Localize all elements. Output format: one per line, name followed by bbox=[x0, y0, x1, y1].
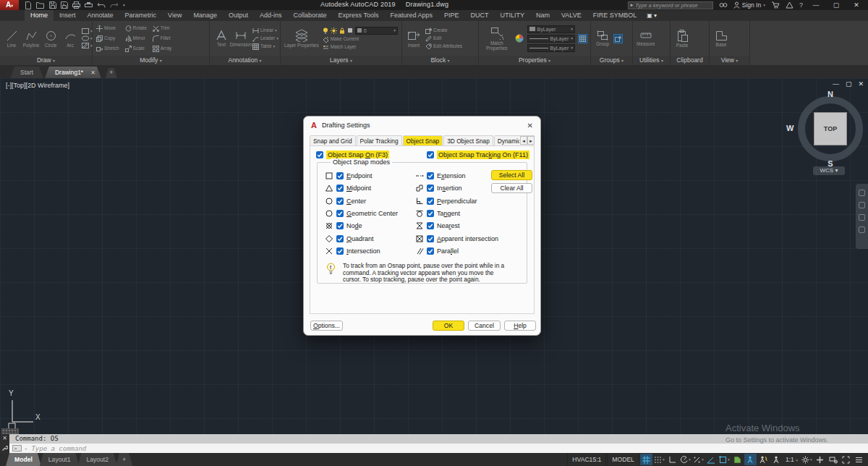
command-wrench-icon[interactable] bbox=[1, 445, 8, 452]
plot-icon[interactable] bbox=[72, 1, 80, 9]
ribbon-button-make-current[interactable]: Make Current bbox=[323, 36, 398, 43]
file-tab-drawing1[interactable]: Drawing1*✕ bbox=[45, 67, 101, 78]
ribbon-button-linear[interactable]: Linear ▾ bbox=[252, 27, 278, 34]
qat-dropdown-icon[interactable]: ▾ bbox=[123, 3, 125, 7]
workspace-gear-icon[interactable]: ▾ bbox=[801, 454, 813, 465]
panel-label-groups[interactable]: Groups ▾ bbox=[591, 56, 632, 65]
panel-label-draw[interactable]: Draw ▾ bbox=[0, 56, 92, 65]
osnap-mode-quadrant[interactable]: Quadrant bbox=[325, 234, 374, 243]
ribbon-tab-view[interactable]: View bbox=[162, 10, 187, 21]
checkbox-nearest[interactable] bbox=[427, 222, 434, 229]
lineweight-icon[interactable] bbox=[731, 454, 744, 465]
new-icon[interactable] bbox=[25, 1, 32, 9]
checkbox-parallel[interactable] bbox=[427, 247, 434, 255]
hamburger-icon[interactable] bbox=[853, 454, 865, 465]
redo-icon[interactable] bbox=[110, 2, 119, 9]
ok-button[interactable]: OK bbox=[433, 321, 464, 331]
ribbon-tab-parametric[interactable]: Parametric bbox=[119, 10, 163, 21]
osnap-mode-intersection[interactable]: Intersection bbox=[325, 247, 380, 255]
cart-icon[interactable] bbox=[771, 1, 780, 9]
ribbon-button-polyline[interactable]: Polyline bbox=[23, 30, 39, 48]
ribbon-tab-duct[interactable]: DUCT bbox=[464, 10, 494, 21]
ribbon-button-insert[interactable]: Insert bbox=[406, 29, 422, 48]
ribbon-button-paste[interactable]: Paste bbox=[674, 30, 690, 48]
osnap-mode-endpoint[interactable]: Endpoint bbox=[325, 171, 373, 180]
panel-label-block[interactable]: Block ▾ bbox=[402, 56, 478, 65]
options-button[interactable]: Options... bbox=[310, 321, 343, 331]
checkbox-endpoint[interactable] bbox=[336, 172, 344, 179]
command-input[interactable]: >_ - Type a command bbox=[9, 444, 868, 453]
ribbon-button-dimension[interactable]: Dimension bbox=[233, 30, 249, 47]
minimize-button[interactable]: — bbox=[809, 1, 823, 9]
view-cube[interactable]: N S W E TOP bbox=[796, 94, 865, 164]
properties-dropdown-1[interactable]: ByLayer▾ bbox=[527, 35, 575, 43]
dialog-tab-polar-tracking[interactable]: Polar Tracking bbox=[357, 135, 402, 145]
ribbon-tab-output[interactable]: Output bbox=[223, 10, 254, 21]
properties-dropdown-2[interactable]: ByLayer▾ bbox=[527, 44, 575, 52]
save-icon[interactable] bbox=[49, 1, 56, 9]
layer-on-icon[interactable] bbox=[323, 27, 328, 34]
ortho-icon[interactable] bbox=[666, 454, 678, 465]
osnap-mode-parallel[interactable]: Parallel bbox=[415, 247, 459, 255]
ribbon-button-mirror[interactable]: Mirror bbox=[125, 34, 147, 43]
help-icon[interactable]: ? bbox=[799, 1, 803, 9]
properties-dropdown-0[interactable]: ByLayer▾ bbox=[527, 25, 575, 33]
checkbox-geometric-center[interactable] bbox=[336, 210, 344, 217]
panel-label-layers[interactable]: Layers ▾ bbox=[281, 56, 401, 65]
ribbon-tab-insert[interactable]: Insert bbox=[54, 10, 82, 21]
osnap-mode-extension[interactable]: Extension bbox=[415, 171, 466, 180]
ribbon-button-trim[interactable]: Trim bbox=[153, 24, 172, 33]
maximize-button[interactable]: ▢ bbox=[829, 1, 843, 9]
layout-tab-layout1[interactable]: Layout1 bbox=[40, 453, 80, 466]
polar-icon[interactable]: ▾ bbox=[679, 454, 692, 465]
annotation-visibility-icon[interactable] bbox=[744, 454, 757, 465]
ribbon-button-stretch[interactable]: Stretch bbox=[96, 44, 119, 54]
dialog-tab-snap-and-grid[interactable]: Snap and Grid bbox=[310, 135, 356, 145]
ribbon-display-toggle-icon[interactable]: ▣ ▾ bbox=[642, 10, 661, 21]
new-tab-button[interactable]: + bbox=[106, 68, 117, 78]
ribbon-tab-valve[interactable]: VALVE bbox=[556, 10, 587, 21]
osnap-mode-node[interactable]: Node bbox=[325, 221, 362, 230]
osnap-mode-center[interactable]: Center bbox=[325, 197, 366, 206]
ribbon-tab-featured-apps[interactable]: Featured Apps bbox=[384, 10, 438, 21]
osnap-mode-nearest[interactable]: Nearest bbox=[415, 221, 460, 230]
osnap-mode-midpoint[interactable]: Midpoint bbox=[325, 184, 371, 192]
command-grip[interactable] bbox=[1, 428, 19, 434]
viewcube-top-face[interactable]: TOP bbox=[814, 112, 847, 145]
clear-all-button[interactable]: Clear All bbox=[491, 183, 532, 193]
ribbon-button-leader[interactable]: Leader ▾ bbox=[252, 35, 278, 42]
viewport-controls[interactable]: [-][Top][2D Wireframe] bbox=[6, 82, 69, 89]
layer-lock-icon[interactable] bbox=[339, 27, 345, 34]
ribbon-button-edit-attributes[interactable]: Edit Attributes bbox=[425, 43, 462, 50]
saveas-icon[interactable] bbox=[61, 1, 68, 9]
osnap-mode-perpendicular[interactable]: Perpendicular bbox=[415, 197, 477, 206]
ribbon-tab-home[interactable]: Home bbox=[25, 10, 54, 21]
new-layout-button[interactable]: + bbox=[116, 453, 132, 466]
ribbon-button-copy[interactable]: Copy bbox=[96, 34, 119, 43]
ribbon-button-match-properties[interactable]: Match Properties bbox=[482, 27, 511, 51]
isolate-icon[interactable] bbox=[827, 454, 839, 465]
autoscale-icon[interactable] bbox=[757, 454, 770, 465]
undo-icon[interactable] bbox=[97, 2, 106, 9]
ribbon-button-match-layer[interactable]: Match Layer bbox=[323, 44, 398, 51]
snap-icon[interactable]: ▾ bbox=[653, 454, 665, 465]
ribbon-button-arc[interactable]: Arc bbox=[62, 30, 78, 48]
ribbon-button-circle[interactable]: Circle bbox=[43, 30, 59, 48]
ribbon-button-array[interactable]: Array bbox=[153, 44, 172, 54]
ribbon-tab-pipe[interactable]: PIPE bbox=[438, 10, 465, 21]
panel-label-properties[interactable]: Properties ▾ bbox=[479, 56, 590, 65]
close-tab-icon[interactable]: ✕ bbox=[90, 69, 95, 76]
annotation-scale-value[interactable]: 1:1 ▾ bbox=[783, 456, 800, 463]
ribbon-button-hatch-icon[interactable]: ▾ bbox=[82, 43, 93, 48]
drawing-area[interactable]: [-][Top][2D Wireframe] — ▢ ✕ N S W E TOP… bbox=[0, 78, 868, 434]
nav-orbit-icon[interactable] bbox=[859, 214, 865, 221]
checkbox-node[interactable] bbox=[336, 222, 344, 229]
ribbon-tab-add-ins[interactable]: Add-ins bbox=[254, 10, 288, 21]
ribbon-button-scale[interactable]: Scale bbox=[125, 44, 147, 54]
layout-tab-model[interactable]: Model bbox=[6, 453, 41, 466]
status-scale-style[interactable]: HVAC15:1 bbox=[567, 453, 606, 466]
ribbon-button-create[interactable]: Create bbox=[425, 27, 462, 34]
dialog-title-bar[interactable]: A Drafting Settings ✕ bbox=[304, 116, 540, 134]
viewcube-west[interactable]: W bbox=[786, 124, 793, 132]
panel-label-modify[interactable]: Modify ▾ bbox=[93, 56, 209, 65]
